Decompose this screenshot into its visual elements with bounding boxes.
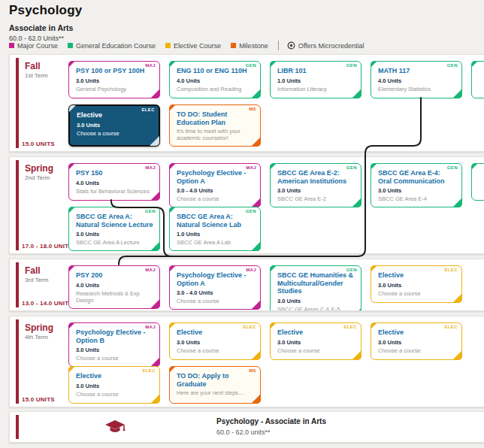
legend-item-general-education-course: General Education Course (68, 42, 156, 50)
card-title: Psychology Elective - Option B (76, 328, 153, 344)
card-subtitle: SBCC GE Area E-2 (277, 195, 355, 202)
card-units: 3.0 Units (76, 231, 153, 238)
card-type-badge: ELEC (141, 107, 155, 112)
card-subtitle: SBCC GE Areas C & E-5 (277, 306, 355, 312)
course-card[interactable]: GENSBCC GE Area E-4: Oral Communication3… (371, 163, 462, 207)
card-units: 1.0 Units (277, 77, 355, 84)
card-subtitle: SBCC GE Area E-4 (378, 195, 455, 202)
course-card[interactable]: ELECElective3.0 UnitsChoose a course (270, 322, 361, 360)
card-units: 3.0 Units (177, 339, 254, 346)
card-units: 3.0 Units (77, 122, 153, 129)
course-card[interactable]: MAJPSY 1504.0 UnitsStats for Behavioral … (68, 163, 160, 201)
card-subtitle: Choose a course (177, 195, 254, 202)
legend-swatch (68, 43, 73, 48)
card-units: 3.0 Units (378, 339, 455, 346)
card-subtitle: Choose a course (378, 290, 455, 297)
page-title: Psychology (9, 3, 82, 18)
card-subtitle: Choose a course (378, 347, 455, 354)
legend-label: Milestone (239, 42, 268, 50)
course-card[interactable]: GENSBCC GE Area E-2: American Institutio… (270, 163, 361, 207)
row-accent-bar (16, 160, 19, 250)
card-title: PSY 200 (76, 271, 153, 280)
card-units: 3.0 - 4.0 Units (177, 289, 254, 296)
card-title: ENG 110 or ENG 110H (177, 67, 254, 75)
card-line: MAJPSY 100 or PSY 100H3.0 UnitsGeneral P… (68, 61, 484, 98)
course-card[interactable]: ELECElective3.0 UnitsChoose a course (371, 265, 462, 303)
card-type-badge: ELEC (444, 268, 458, 272)
card-units: 3.0 Units (277, 339, 355, 346)
card-subtitle: SBCC GE Area A Lab (177, 239, 254, 246)
program-header: Psychology Associate in Arts 60.0 - 62.0… (9, 3, 82, 42)
card-line: GENSBCC GE Area A: Natural Science Lectu… (68, 207, 261, 251)
course-card[interactable]: MAJPsychology Elective - Option A3.0 - 4… (169, 163, 261, 207)
card-subtitle: Information Literacy (277, 86, 355, 92)
card-type-badge: GEN (447, 165, 458, 170)
card-line: MAJPSY 1504.0 UnitsStats for Behavioral … (68, 163, 484, 207)
course-card[interactable]: ELECElective3.0 UnitsChoose a course (371, 322, 462, 360)
course-card[interactable]: MAJPsychology Elective - Option B3.0 Uni… (68, 322, 160, 367)
course-card[interactable]: GENSBCC GE Area A: Natural Science Lectu… (68, 207, 160, 251)
card-line: ELECElective3.0 UnitsChoose a courseMSTO… (68, 366, 261, 404)
course-card[interactable]: ELECElective3.0 UnitsChoose a course (169, 322, 261, 360)
course-card[interactable]: MAJPSY 100 or PSY 100H3.0 UnitsGeneral P… (68, 61, 160, 98)
course-card[interactable] (471, 61, 484, 98)
course-card[interactable]: MSTO DO: Student Education PlanIt's time… (169, 104, 261, 147)
term-units: 17.0 - 18.0 UNITS (22, 243, 73, 250)
card-units: 3.0 Units (76, 347, 153, 353)
course-card[interactable]: MAJPSY 2004.0 UnitsResearch Methods & Ex… (68, 265, 160, 309)
card-title: SBCC GE Area A: Natural Science Lecture (76, 213, 153, 229)
course-card[interactable]: MAJPsychology Elective - Option A3.0 - 4… (169, 265, 261, 310)
card-title: PSY 100 or PSY 100H (76, 67, 153, 75)
terms-container: Fall1st Term15.0 UNITSMAJPSY 100 or PSY … (0, 54, 484, 412)
card-subtitle: Here are your next steps.... (177, 389, 254, 396)
card-type-badge: MAJ (145, 268, 156, 272)
course-card[interactable]: ELECElective3.0 UnitsChoose a course (68, 366, 160, 404)
course-card[interactable]: GENSBCC GE Humanities & Multicultural/Ge… (270, 265, 361, 311)
card-line: MAJPSY 2004.0 UnitsResearch Methods & Ex… (68, 265, 462, 311)
card-title: PSY 150 (76, 169, 153, 177)
card-subtitle: It's time to meet with your academic cou… (177, 128, 254, 141)
card-type-badge: MAJ (246, 165, 256, 170)
legend-label: Elective Course (174, 42, 221, 50)
card-units: 4.0 Units (378, 77, 455, 84)
footer-program-units: 60.0 - 62.0 units** (216, 428, 271, 436)
card-units: 3.0 Units (76, 383, 153, 389)
term-label: 4th Term (25, 334, 48, 341)
legend: Major CourseGeneral Education CourseElec… (9, 41, 365, 50)
card-subtitle: Choose a course (177, 298, 254, 304)
course-card[interactable]: GENMATH 1174.0 UnitsElementary Statistic… (371, 61, 462, 98)
card-title: Elective (76, 372, 153, 380)
term-row: Fall3rd Term13.0 - 14.0 UNITSMAJPSY 2004… (9, 259, 484, 311)
term-season: Spring (25, 322, 53, 333)
microcredential-icon (287, 41, 295, 50)
legend-swatch (9, 43, 14, 48)
card-title: TO DO: Student Education Plan (177, 110, 254, 126)
legend-label: General Education Course (76, 42, 156, 50)
term-season: Fall (25, 265, 41, 276)
term-units: 13.0 - 14.0 UNITS (22, 300, 73, 307)
graduation-cap-icon (104, 419, 126, 437)
program-map-page: Psychology Associate in Arts 60.0 - 62.0… (0, 0, 484, 448)
card-units: 3.0 Units (277, 298, 355, 304)
card-units: 3.0 Units (277, 187, 355, 194)
card-units: 4.0 Units (76, 180, 153, 186)
card-type-badge: GEN (346, 268, 357, 272)
card-title: LIBR 101 (277, 67, 355, 75)
course-card[interactable] (471, 163, 484, 201)
row-accent-bar (16, 262, 19, 307)
card-units: 3.0 Units (378, 187, 455, 194)
course-card[interactable]: GENLIBR 1011.0 UnitsInformation Literacy (270, 61, 361, 98)
legend-divider (278, 41, 279, 50)
card-title: SBCC GE Area E-2: American Institutions (277, 169, 355, 185)
course-card[interactable]: GENENG 110 or ENG 110H4.0 UnitsCompositi… (169, 61, 261, 98)
card-type-badge: GEN (447, 63, 458, 68)
card-units: 4.0 Units (76, 282, 153, 289)
card-subtitle: Choose a course (76, 355, 153, 362)
course-card[interactable]: MSTO DO: Apply to GraduateHere are your … (169, 366, 261, 404)
course-card[interactable]: GENSBCC GE Area A: Natural Science Lab1.… (169, 207, 261, 251)
term-row: Spring4th Term15.0 UNITSMAJPsychology El… (9, 316, 484, 407)
graduation-row: Psychology - Associate in Arts 60.0 - 62… (9, 411, 484, 443)
legend-items: Major CourseGeneral Education CourseElec… (9, 42, 278, 50)
course-card[interactable]: ELECElective3.0 UnitsChoose a course (68, 104, 160, 147)
card-type-badge: ELEC (142, 368, 156, 373)
